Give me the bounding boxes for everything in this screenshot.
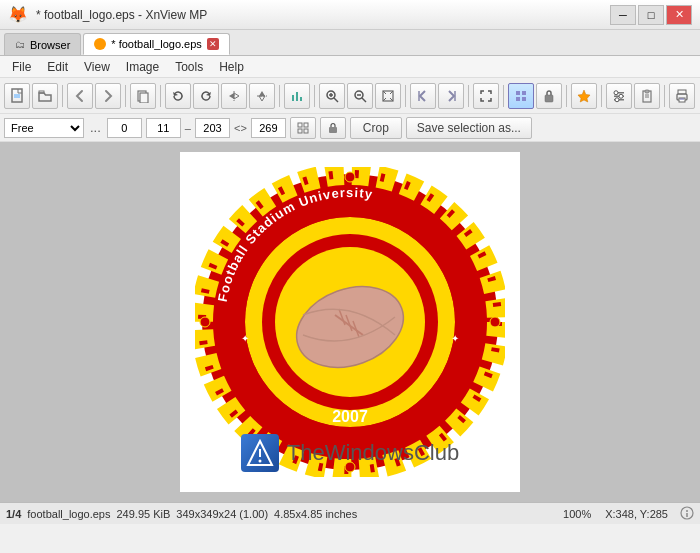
status-inches: 4.85x4.85 inches (274, 508, 357, 520)
fullscreen-button[interactable] (473, 83, 499, 109)
image-canvas[interactable]: Football Stadium University 2007 ✦ ✦ (180, 152, 520, 492)
title-bar-text: * football_logo.eps - XnView MP (36, 8, 602, 22)
tab-bar: 🗂 Browser * football_logo.eps ✕ (0, 30, 700, 56)
clipboard-button[interactable] (634, 83, 660, 109)
grid-snap-button[interactable] (290, 117, 316, 139)
svg-point-65 (200, 317, 210, 327)
file-tab-icon (94, 38, 106, 50)
title-bar: 🦊 * football_logo.eps - XnView MP ─ □ ✕ (0, 0, 700, 30)
crop-y-input[interactable]: 11 (146, 118, 181, 138)
aspect-lock-button[interactable] (320, 117, 346, 139)
status-icon (680, 506, 694, 522)
prev-button[interactable] (410, 83, 436, 109)
svg-rect-34 (645, 90, 649, 93)
main-canvas-area: Football Stadium University 2007 ✦ ✦ The… (0, 142, 700, 502)
svg-rect-3 (39, 91, 44, 93)
separator-1 (62, 85, 63, 107)
svg-point-64 (345, 462, 355, 472)
window-controls: ─ □ ✕ (610, 5, 692, 25)
zoom-fit-button[interactable] (375, 83, 401, 109)
svg-line-12 (334, 98, 338, 102)
svg-line-16 (362, 98, 366, 102)
zoom-in-button[interactable] (319, 83, 345, 109)
menu-help[interactable]: Help (211, 58, 252, 76)
maximize-button[interactable]: □ (638, 5, 664, 25)
svg-rect-24 (522, 97, 526, 101)
lock-button[interactable] (536, 83, 562, 109)
svg-point-66 (490, 317, 500, 327)
separator-5 (314, 85, 315, 107)
chart-button[interactable] (284, 83, 310, 109)
crop-w-input[interactable]: 203 (195, 118, 230, 138)
svg-rect-42 (304, 123, 308, 127)
print-button[interactable] (669, 83, 695, 109)
menu-view[interactable]: View (76, 58, 118, 76)
crop-button[interactable]: Crop (350, 117, 402, 139)
menu-file[interactable]: File (4, 58, 39, 76)
more-options-button[interactable]: ... (88, 120, 103, 135)
svg-rect-41 (298, 123, 302, 127)
status-page-info: 1/4 (6, 508, 21, 520)
forward-button[interactable] (95, 83, 121, 109)
rotate-ccw-button[interactable] (165, 83, 191, 109)
rotate-cw-button[interactable] (193, 83, 219, 109)
svg-point-63 (345, 172, 355, 182)
crop-mode-select[interactable]: Free (4, 118, 84, 138)
status-coords: X:348, Y:285 (605, 508, 668, 520)
status-dimensions: 349x349x24 (1.00) (176, 508, 268, 520)
options-button[interactable] (606, 83, 632, 109)
svg-rect-22 (522, 91, 526, 95)
tab-browser[interactable]: 🗂 Browser (4, 33, 81, 55)
grid-view-button[interactable] (508, 83, 534, 109)
separator-3 (160, 85, 161, 107)
tab-football-logo[interactable]: * football_logo.eps ✕ (83, 33, 230, 55)
menu-image[interactable]: Image (118, 58, 167, 76)
back-button[interactable] (67, 83, 93, 109)
star-button[interactable] (571, 83, 597, 109)
svg-point-30 (614, 90, 618, 94)
copy-button[interactable] (130, 83, 156, 109)
flip-v-button[interactable] (249, 83, 275, 109)
separator-9 (566, 85, 567, 107)
separator-8 (503, 85, 504, 107)
separator-7 (468, 85, 469, 107)
browser-tab-label: Browser (30, 39, 70, 51)
svg-rect-45 (329, 127, 337, 133)
crop-toolbar: Free ... 0 11 – 203 <> 269 Crop Save sel… (0, 114, 700, 142)
svg-rect-5 (140, 93, 148, 103)
logo-svg: Football Stadium University 2007 ✦ ✦ (195, 167, 505, 477)
separator-label: – (185, 122, 191, 134)
svg-rect-21 (516, 91, 520, 95)
crop-x-input[interactable]: 0 (107, 118, 142, 138)
svg-rect-44 (304, 129, 308, 133)
separator-6 (405, 85, 406, 107)
svg-point-71 (686, 510, 688, 512)
separator-4 (279, 85, 280, 107)
open-button[interactable] (32, 83, 58, 109)
menu-tools[interactable]: Tools (167, 58, 211, 76)
status-bar: 1/4 football_logo.eps 249.95 KiB 349x349… (0, 502, 700, 524)
svg-point-32 (615, 97, 619, 101)
new-button[interactable] (4, 83, 30, 109)
arrows-label: <> (234, 122, 247, 134)
next-button[interactable] (438, 83, 464, 109)
separator-2 (125, 85, 126, 107)
svg-rect-43 (298, 129, 302, 133)
svg-rect-9 (296, 92, 298, 101)
menu-edit[interactable]: Edit (39, 58, 76, 76)
crop-h-input[interactable]: 269 (251, 118, 286, 138)
tab-close-button[interactable]: ✕ (207, 38, 219, 50)
status-filesize: 249.95 KiB (116, 508, 170, 520)
zoom-out-button[interactable] (347, 83, 373, 109)
save-selection-button[interactable]: Save selection as... (406, 117, 532, 139)
flip-h-button[interactable] (221, 83, 247, 109)
minimize-button[interactable]: ─ (610, 5, 636, 25)
svg-text:✦: ✦ (241, 333, 249, 344)
close-button[interactable]: ✕ (666, 5, 692, 25)
svg-text:✦: ✦ (451, 333, 459, 344)
separator-11 (664, 85, 665, 107)
svg-rect-25 (545, 95, 553, 102)
svg-marker-26 (578, 90, 590, 102)
app-icon: 🦊 (8, 5, 28, 24)
status-zoom: 100% (563, 508, 591, 520)
